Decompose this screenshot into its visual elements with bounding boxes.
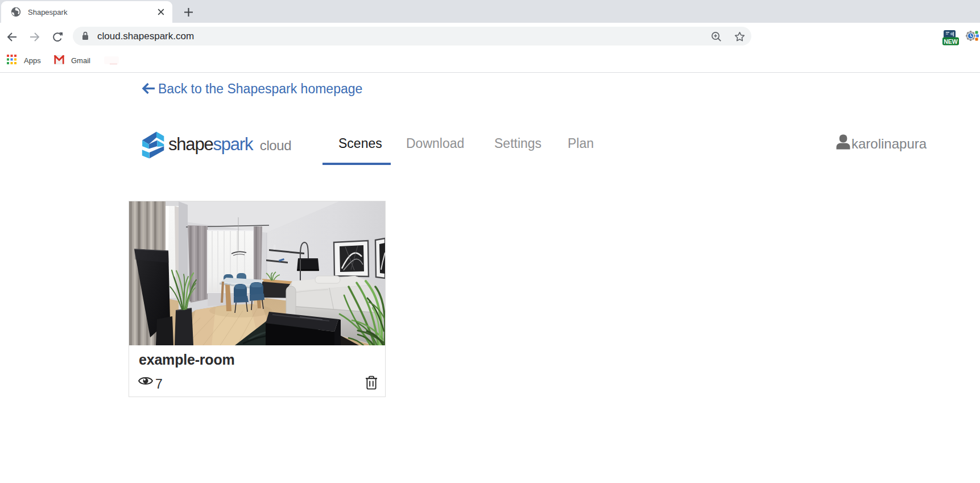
svg-text:NEW: NEW [944,38,958,45]
